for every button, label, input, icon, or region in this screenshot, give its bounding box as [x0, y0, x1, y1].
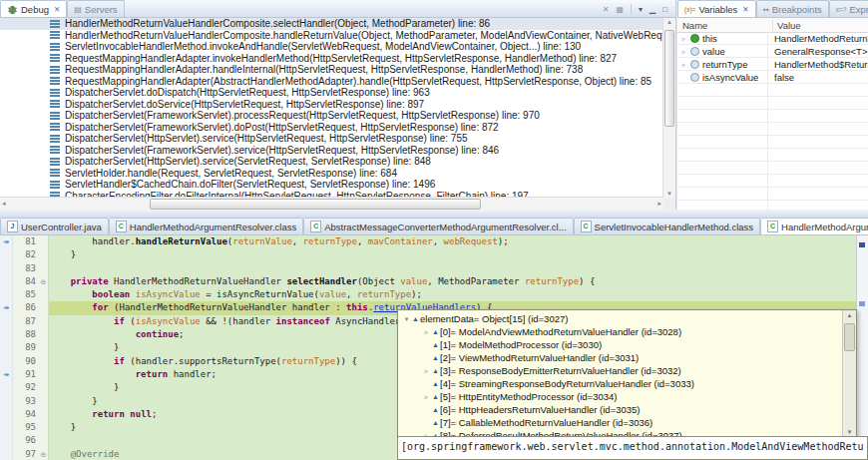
overview-marker[interactable]	[859, 301, 865, 306]
popup-tree-item[interactable]: ▲[7]= CallableMethodReturnValueHandler (…	[398, 416, 856, 429]
column-header-value[interactable]: Value	[773, 20, 801, 31]
code-line-82[interactable]: }	[49, 248, 856, 261]
scroll-up-icon[interactable]: ▴	[843, 311, 856, 319]
editor-tab-4[interactable]: CServletInvocableHandlerMethod.class	[574, 218, 760, 234]
instruction-pointer-marker	[0, 328, 12, 341]
overview-ruler[interactable]	[856, 235, 868, 460]
close-icon[interactable]: ✕	[54, 5, 60, 14]
code-line-83[interactable]	[49, 262, 856, 275]
popup-tree-item[interactable]: ▲[2]= ViewMethodReturnValueHandler (id=3…	[398, 351, 856, 364]
expander-icon[interactable]: ▹	[422, 393, 431, 401]
debug-view-toolbar: ✕ ▦ ▾ ▁ □	[603, 4, 675, 17]
stack-frame-icon	[50, 100, 60, 108]
variable-row[interactable]: isAsyncValuefalse	[677, 71, 868, 84]
minimize-icon[interactable]: ▁	[650, 5, 655, 14]
stack-frame-row[interactable]: ServletInvocableHandlerMethod.invokeAndH…	[0, 41, 663, 53]
popup-tree-item[interactable]: ▹▲[3]= ResponseBodyEmitterReturnValueHan…	[398, 364, 856, 377]
stack-frame-row[interactable]: DispatcherServlet(FrameworkServlet).proc…	[0, 110, 663, 122]
stack-frame-row[interactable]: RequestMappingHandlerAdapter(AbstractHan…	[0, 76, 663, 88]
variable-row[interactable]: ▹valueGeneralResponse<T> (id	[677, 45, 868, 58]
fold-marker[interactable]: ⊖	[39, 448, 48, 460]
stack-frame-row[interactable]: DispatcherServlet(HttpServlet).service(S…	[0, 156, 663, 168]
popup-tree-item[interactable]: ▹▲[5]= HttpEntityMethodProcessor (id=303…	[398, 390, 856, 403]
stack-frame-row[interactable]: DispatcherServlet(HttpServlet).service(H…	[0, 133, 663, 145]
tab-breakpoints[interactable]: ●● Breakpoints	[756, 0, 829, 17]
popup-tree-item[interactable]: ▲[6]= HttpHeadersReturnValueHandler (id=…	[398, 403, 856, 416]
scroll-up-icon[interactable]: ▴	[663, 18, 675, 26]
annotation-ruler[interactable]: ↠↠↠	[0, 235, 13, 460]
stack-frame-icon	[50, 89, 60, 97]
stack-frame-row[interactable]: RequestMappingHandlerAdapter.invokeHandl…	[0, 53, 663, 65]
tab-expressions[interactable]: x=? Expressions	[829, 0, 868, 17]
scrollbar-thumb[interactable]	[150, 199, 481, 210]
fold-marker[interactable]: ⊖	[39, 275, 48, 288]
scroll-down-icon[interactable]: ▾	[843, 428, 856, 436]
stack-frame-row[interactable]: HandlerMethodReturnValueHandlerComposite…	[0, 30, 663, 42]
stack-frame-row[interactable]: DispatcherServlet.doDispatch(HttpServlet…	[0, 87, 663, 99]
tab-variables[interactable]: (x)= Variables ✕	[677, 0, 756, 17]
editor-tab-2[interactable]: CHandlerMethodArgumentResolver.class	[109, 218, 303, 234]
java-file-icon: J	[7, 221, 18, 232]
horizontal-sash[interactable]	[0, 210, 868, 218]
stack-frame-icon	[50, 77, 60, 85]
scroll-right-icon[interactable]: ▸	[657, 198, 661, 209]
debug-horizontal-scrollbar[interactable]: ◂ ▸	[0, 197, 663, 210]
popup-tree-item[interactable]: ▹▲[0]= ModelAndViewMethodReturnValueHand…	[398, 325, 856, 338]
popup-tree: ▹▲[0]= ModelAndViewMethodReturnValueHand…	[398, 325, 856, 438]
popup-root-row[interactable]: ▾ ▲ elementData= Object[15] (id=3027)	[398, 310, 856, 325]
scrollbar-thumb[interactable]	[844, 323, 855, 351]
variable-name-cell: ▹returnType	[677, 59, 770, 70]
stack-frame-row[interactable]: RequestMappingHandlerAdapter.handleInter…	[0, 64, 663, 76]
tab-breakpoints-label: Breakpoints	[772, 4, 822, 15]
servers-icon: ▤	[74, 5, 82, 14]
expander-icon[interactable]: ▹	[680, 48, 687, 56]
tab-debug[interactable]: Debug ✕	[0, 0, 67, 17]
close-icon[interactable]: ✕	[742, 5, 748, 14]
expander-expanded-icon[interactable]: ▾	[402, 315, 411, 323]
fold-marker	[39, 408, 48, 421]
maximize-icon[interactable]: □	[662, 5, 667, 14]
editor-tab-3[interactable]: CAbstractMessageConverterMethodArgumentR…	[303, 218, 573, 234]
stack-frame-row[interactable]: DispatcherServlet(FrameworkServlet).serv…	[0, 145, 663, 157]
popup-scrollbar[interactable]: ▴ ▾	[842, 310, 856, 437]
view-menu-icon[interactable]: ▾	[639, 5, 643, 14]
folding-ruler[interactable]: ⊖⊖	[39, 235, 49, 460]
restore-icon[interactable]: ▦	[616, 5, 624, 14]
variables-panel: (x)= Variables ✕ ●● Breakpoints x=? Expr…	[677, 0, 868, 210]
scrollbar-thumb[interactable]	[664, 30, 674, 127]
popup-tree-item[interactable]: ▲[1]= ModelMethodProcessor (id=3030)	[398, 338, 856, 351]
stack-frame-row[interactable]: ServletHolder.handle(Request, ServletReq…	[0, 168, 663, 180]
scroll-down-icon[interactable]: ▾	[663, 190, 675, 198]
stack-frame-row[interactable]: DispatcherServlet.doService(HttpServletR…	[0, 99, 663, 111]
expander-icon[interactable]: ▹	[422, 328, 431, 336]
variable-name: this	[702, 33, 717, 44]
code-line-85[interactable]: boolean isAsyncValue = isAsyncReturnValu…	[49, 288, 856, 301]
code-line-81[interactable]: handler.handleReturnValue(returnValue, r…	[49, 235, 856, 248]
column-header-name[interactable]: Name	[677, 20, 773, 31]
line-number: 97	[13, 448, 39, 460]
code-line-84[interactable]: private HandlerMethodReturnValueHandler …	[49, 275, 856, 288]
scroll-left-icon[interactable]: ◂	[2, 198, 6, 209]
popup-item-label: [6]= HttpHeadersReturnValueHandler (id=3…	[440, 404, 641, 415]
expander-icon[interactable]: ▹	[680, 61, 687, 69]
debug-vertical-scrollbar[interactable]: ▴ ▾	[662, 18, 675, 198]
disconnect-icon[interactable]: ✕	[603, 5, 610, 14]
tab-variables-label: Variables	[698, 4, 737, 15]
editor-tab-5[interactable]: CHandlerMethodArgumentResolverComposite.…	[760, 218, 868, 234]
variable-row[interactable]: ▹returnTypeHandlerMethod$ReturnV	[677, 58, 868, 71]
popup-tree-item[interactable]: ▲[4]= StreamingResponseBodyReturnValueHa…	[398, 377, 856, 390]
editor-tab-1[interactable]: JUserController.java	[0, 218, 109, 234]
stack-frame-row[interactable]: DispatcherServlet(FrameworkServlet).doPo…	[0, 122, 663, 134]
stack-frame-row[interactable]: ServletHandler$CachedChain.doFilter(Serv…	[0, 179, 663, 191]
debug-tabbar: Debug ✕ ▤ Servers ✕ ▦ ▾ ▁ □	[0, 0, 675, 18]
variables-icon: (x)=	[684, 6, 695, 13]
tab-servers[interactable]: ▤ Servers	[67, 0, 124, 17]
expander-icon[interactable]: ▹	[680, 35, 687, 43]
expander-icon[interactable]: ▹	[422, 367, 431, 375]
stack-frame-row[interactable]: HandlerMethodReturnValueHandlerComposite…	[0, 18, 663, 30]
field-triangle-icon: ▲	[431, 380, 440, 387]
overview-marker[interactable]	[859, 242, 865, 247]
popup-detail-pane[interactable]: [org.springframework.web.servlet.mvc.met…	[397, 436, 868, 460]
variable-row[interactable]: ▹thisHandlerMethodReturnVa	[677, 32, 868, 45]
field-triangle-icon: ▲	[431, 341, 440, 348]
